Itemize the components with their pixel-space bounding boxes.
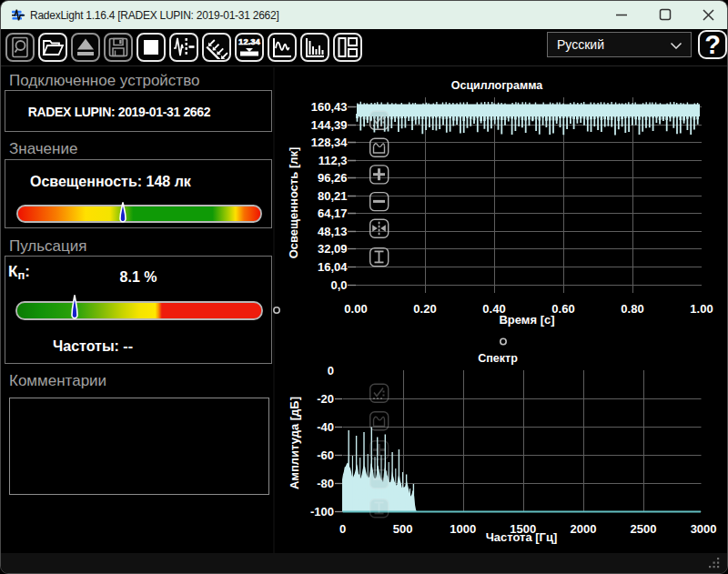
svg-text:64,17: 64,17 <box>318 206 348 220</box>
svg-text:112,3: 112,3 <box>318 154 348 167</box>
svg-text:2500: 2500 <box>631 522 657 536</box>
svg-text:0: 0 <box>328 364 334 378</box>
svg-text:Амплитуда [дБ]: Амплитуда [дБ] <box>288 397 301 489</box>
svg-text:0.00: 0.00 <box>344 302 367 316</box>
svg-text:16,04: 16,04 <box>318 260 348 274</box>
svg-text:Частота [Гц]: Частота [Гц] <box>486 530 558 544</box>
svg-text:0: 0 <box>339 522 346 536</box>
svg-text:2000: 2000 <box>570 522 596 536</box>
svg-text:0.60: 0.60 <box>551 302 574 316</box>
svg-text:144,39: 144,39 <box>311 118 348 132</box>
svg-text:0,0: 0,0 <box>330 278 347 292</box>
svg-text:1000: 1000 <box>450 522 476 536</box>
svg-text:160,43: 160,43 <box>311 100 348 114</box>
svg-text:48,13: 48,13 <box>318 225 348 238</box>
svg-text:128,34: 128,34 <box>311 136 349 149</box>
svg-text:Спектр: Спектр <box>478 352 518 365</box>
svg-text:-20: -20 <box>317 392 334 406</box>
svg-text:3000: 3000 <box>691 522 717 536</box>
svg-text:32,09: 32,09 <box>318 242 348 256</box>
svg-text:-80: -80 <box>317 477 334 490</box>
svg-text:96,26: 96,26 <box>318 171 348 185</box>
svg-text:-100: -100 <box>310 505 334 519</box>
svg-text:1.00: 1.00 <box>690 302 713 316</box>
svg-text:-60: -60 <box>317 448 334 462</box>
svg-text:0.20: 0.20 <box>413 302 436 316</box>
svg-text:Осциллограмма: Осциллограмма <box>451 79 544 92</box>
svg-text:0.80: 0.80 <box>621 302 643 316</box>
svg-text:Освещенность [лк]: Освещенность [лк] <box>287 147 300 259</box>
svg-text:80,21: 80,21 <box>318 189 348 203</box>
svg-text:-40: -40 <box>317 420 334 434</box>
svg-text:Время [с]: Время [с] <box>499 313 554 327</box>
svg-text:500: 500 <box>393 522 413 536</box>
